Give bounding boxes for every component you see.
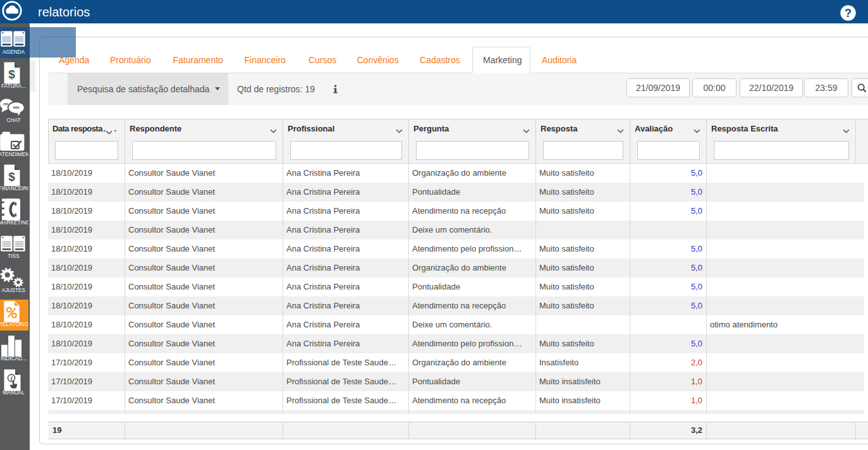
svg-text:?: ? [845,7,852,20]
svg-text:$: $ [8,170,15,183]
svg-text:$: $ [8,68,15,81]
